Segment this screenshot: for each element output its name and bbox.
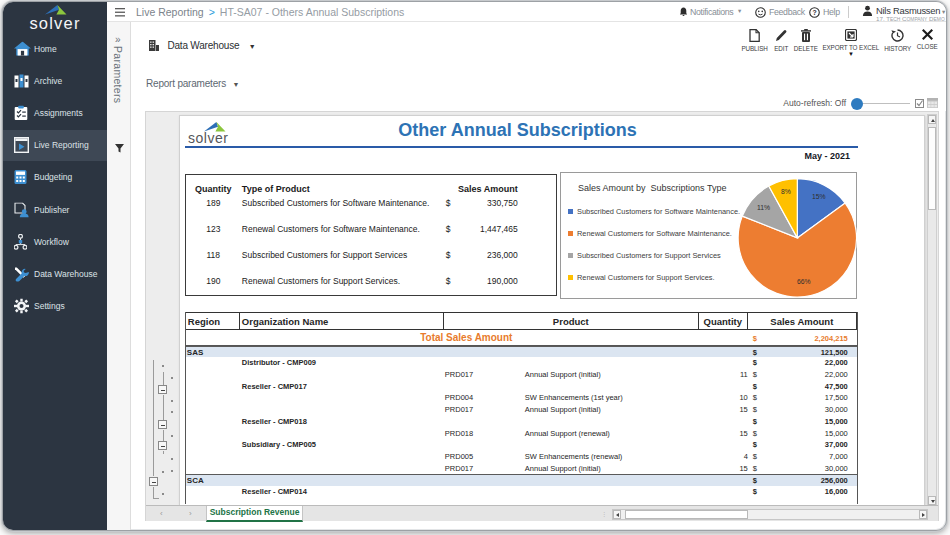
svg-text:?: ? — [812, 8, 816, 15]
